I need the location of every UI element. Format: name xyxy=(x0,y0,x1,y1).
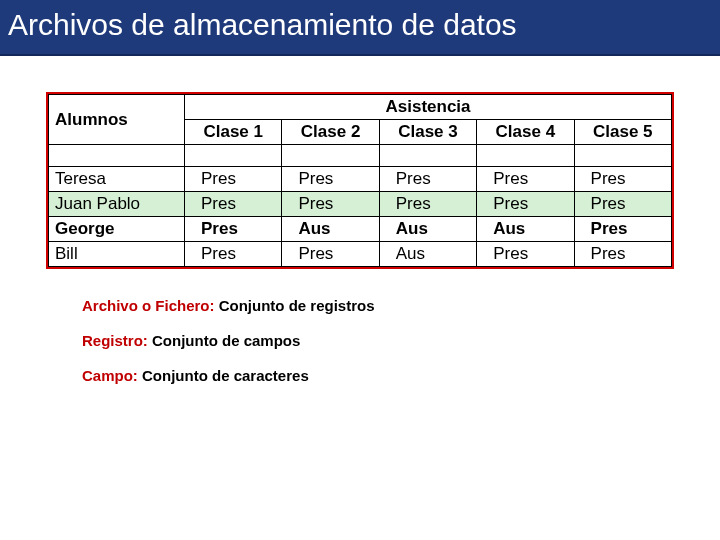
attendance-cell: Pres xyxy=(574,217,671,242)
table-row: Juan PabloPresPresPresPresPres xyxy=(49,192,672,217)
definitions-block: Archivo o Fichero: Conjunto de registros… xyxy=(82,297,674,384)
definition-desc: Conjunto de caracteres xyxy=(138,367,309,384)
definition-term: Archivo o Fichero: xyxy=(82,297,215,314)
row-name: Teresa xyxy=(49,167,185,192)
table-head: Alumnos Asistencia Clase 1 Clase 2 Clase… xyxy=(49,95,672,145)
col-clase-2: Clase 2 xyxy=(282,120,379,145)
attendance-cell: Pres xyxy=(574,167,671,192)
definition-line: Campo: Conjunto de caracteres xyxy=(82,367,674,384)
col-alumnos: Alumnos xyxy=(49,95,185,145)
table-row: BillPresPresAusPresPres xyxy=(49,242,672,267)
attendance-cell: Pres xyxy=(477,242,574,267)
attendance-table-wrap: Alumnos Asistencia Clase 1 Clase 2 Clase… xyxy=(46,92,674,269)
col-clase-4: Clase 4 xyxy=(477,120,574,145)
definition-line: Archivo o Fichero: Conjunto de registros xyxy=(82,297,674,314)
attendance-cell: Pres xyxy=(185,192,282,217)
attendance-cell: Pres xyxy=(379,192,476,217)
col-clase-1: Clase 1 xyxy=(185,120,282,145)
page-title: Archivos de almacenamiento de datos xyxy=(8,8,517,41)
definition-term: Campo: xyxy=(82,367,138,384)
table-row: TeresaPresPresPresPresPres xyxy=(49,167,672,192)
attendance-cell: Pres xyxy=(574,192,671,217)
col-clase-3: Clase 3 xyxy=(379,120,476,145)
attendance-cell: Pres xyxy=(282,167,379,192)
col-clase-5: Clase 5 xyxy=(574,120,671,145)
attendance-cell: Pres xyxy=(477,192,574,217)
definition-desc: Conjunto de campos xyxy=(148,332,301,349)
attendance-cell: Aus xyxy=(379,217,476,242)
attendance-table: Alumnos Asistencia Clase 1 Clase 2 Clase… xyxy=(48,94,672,267)
attendance-cell: Pres xyxy=(185,242,282,267)
definition-desc: Conjunto de registros xyxy=(215,297,375,314)
header-row-1: Alumnos Asistencia xyxy=(49,95,672,120)
row-name: Juan Pablo xyxy=(49,192,185,217)
attendance-cell: Pres xyxy=(185,167,282,192)
row-name: George xyxy=(49,217,185,242)
col-asistencia: Asistencia xyxy=(185,95,672,120)
table-body: TeresaPresPresPresPresPresJuan PabloPres… xyxy=(49,145,672,267)
blank-row xyxy=(49,145,672,167)
attendance-cell: Pres xyxy=(379,167,476,192)
attendance-cell: Aus xyxy=(379,242,476,267)
definition-line: Registro: Conjunto de campos xyxy=(82,332,674,349)
title-bar: Archivos de almacenamiento de datos xyxy=(0,0,720,56)
table-row: GeorgePresAusAusAusPres xyxy=(49,217,672,242)
definition-term: Registro: xyxy=(82,332,148,349)
attendance-cell: Pres xyxy=(574,242,671,267)
attendance-cell: Aus xyxy=(282,217,379,242)
attendance-cell: Pres xyxy=(477,167,574,192)
attendance-cell: Pres xyxy=(282,242,379,267)
attendance-cell: Pres xyxy=(185,217,282,242)
attendance-cell: Pres xyxy=(282,192,379,217)
content-area: Alumnos Asistencia Clase 1 Clase 2 Clase… xyxy=(0,56,720,384)
attendance-cell: Aus xyxy=(477,217,574,242)
row-name: Bill xyxy=(49,242,185,267)
